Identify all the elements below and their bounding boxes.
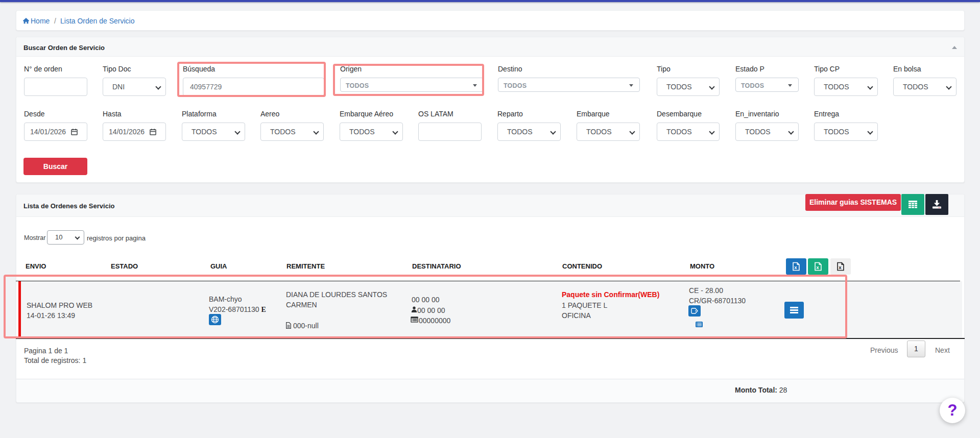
svg-text:x: x: [816, 264, 819, 270]
svg-text:x: x: [839, 264, 842, 270]
svg-text:x: x: [794, 264, 797, 270]
